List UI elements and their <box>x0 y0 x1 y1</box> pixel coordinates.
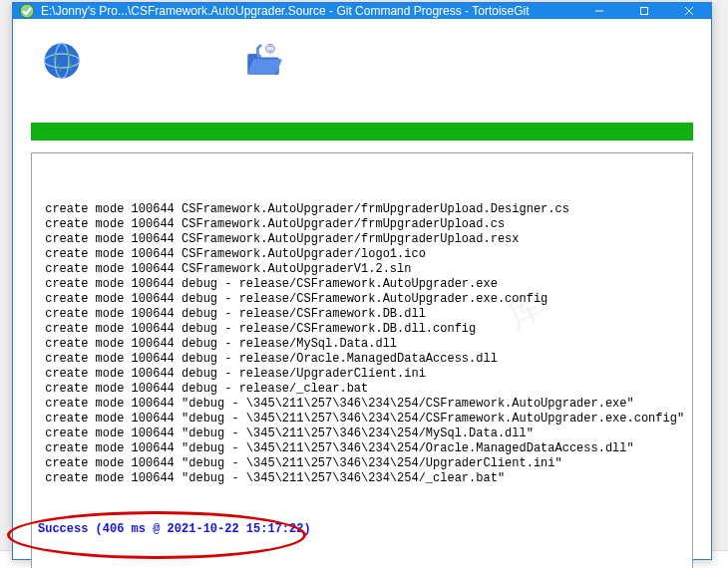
window-title: E:\Jonny's Pro...\CSFramework.AutoUpgrad… <box>41 4 576 18</box>
log-line: create mode 100644 CSFramework.AutoUpgra… <box>38 217 686 232</box>
log-line: create mode 100644 "debug - \345\211\257… <box>38 471 686 486</box>
log-line: create mode 100644 debug - release/CSFra… <box>38 307 686 322</box>
close-window-button[interactable] <box>666 3 711 19</box>
titlebar: E:\Jonny's Pro...\CSFramework.AutoUpgrad… <box>13 3 711 19</box>
minimize-button[interactable] <box>576 3 621 19</box>
log-output[interactable]: 库 create mode 100644 CSFramework.AutoUpg… <box>31 152 693 568</box>
log-line: create mode 100644 "debug - \345\211\257… <box>38 397 686 412</box>
dialog-content: 库 create mode 100644 CSFramework.AutoUpg… <box>13 19 711 568</box>
log-line: create mode 100644 debug - release/CSFra… <box>38 277 686 292</box>
globe-icon <box>41 40 83 86</box>
log-line: create mode 100644 debug - release/CSFra… <box>38 292 686 307</box>
svg-point-0 <box>20 4 34 18</box>
log-line: create mode 100644 debug - release/_clea… <box>38 382 686 397</box>
log-line: create mode 100644 "debug - \345\211\257… <box>38 456 686 471</box>
folder-arrow-icon <box>242 40 284 86</box>
progress-bar <box>31 123 693 141</box>
svg-rect-2 <box>640 8 647 15</box>
log-line: create mode 100644 CSFramework.AutoUpgra… <box>38 247 686 262</box>
log-line: create mode 100644 "debug - \345\211\257… <box>38 426 686 441</box>
log-line: create mode 100644 debug - release/CSFra… <box>38 322 686 337</box>
log-line: create mode 100644 debug - release/Upgra… <box>38 367 686 382</box>
log-line: create mode 100644 "debug - \345\211\257… <box>38 441 686 456</box>
dialog-window: E:\Jonny's Pro...\CSFramework.AutoUpgrad… <box>12 2 712 560</box>
log-line: create mode 100644 CSFramework.AutoUpgra… <box>38 202 686 217</box>
log-line: create mode 100644 debug - release/MySql… <box>38 337 686 352</box>
log-line: create mode 100644 debug - release/Oracl… <box>38 352 686 367</box>
app-icon <box>19 3 35 19</box>
maximize-button[interactable] <box>621 3 666 19</box>
header-icons <box>31 33 693 93</box>
svg-point-5 <box>45 44 80 79</box>
log-line: create mode 100644 CSFramework.AutoUpgra… <box>38 232 686 247</box>
success-message: Success (406 ms @ 2021-10-22 15:17:22) <box>38 522 686 537</box>
log-line: create mode 100644 CSFramework.AutoUpgra… <box>38 262 686 277</box>
log-line: create mode 100644 "debug - \345\211\257… <box>38 412 686 426</box>
